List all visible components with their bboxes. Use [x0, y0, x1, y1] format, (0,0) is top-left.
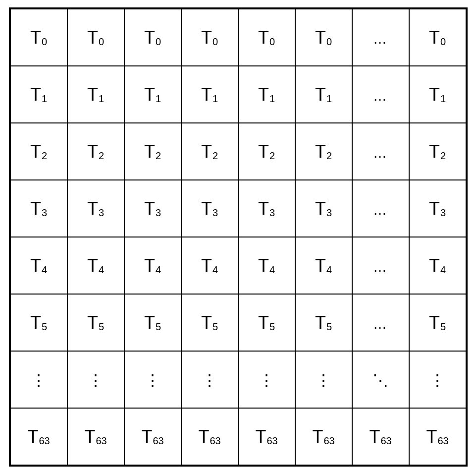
cell-r1-c5: T1: [295, 66, 352, 123]
subscript: 1: [42, 94, 47, 104]
cell-text: T2: [201, 143, 218, 161]
cell-r6-c7: ⋮: [409, 351, 466, 408]
cell-r3-c3: T3: [181, 180, 238, 237]
letter: T: [84, 428, 95, 446]
subscript: 63: [96, 436, 106, 446]
cell-text: T1: [144, 86, 161, 104]
letter: T: [258, 314, 269, 332]
cell-r1-c0: T1: [10, 66, 67, 123]
cell-r5-c2: T5: [124, 294, 181, 351]
subscript: 3: [212, 208, 218, 218]
cell-text: T63: [27, 428, 50, 446]
subscript: 5: [156, 322, 161, 332]
cell-r3-c5: T3: [295, 180, 352, 237]
ellipsis: …: [373, 202, 388, 218]
letter: T: [144, 86, 155, 104]
subscript: 63: [39, 436, 50, 446]
ellipsis: …: [373, 31, 388, 47]
cell-text: T4: [87, 257, 104, 275]
cell-text: T0: [258, 29, 275, 47]
cell-text: T63: [312, 428, 334, 446]
cell-text: T4: [30, 257, 47, 275]
letter: T: [429, 257, 440, 275]
cell-r6-c5: ⋮: [295, 351, 352, 408]
cell-text: T4: [201, 257, 218, 275]
cell-r1-c1: T1: [67, 66, 124, 123]
ellipsis: …: [373, 145, 388, 161]
cell-text: T3: [30, 200, 47, 218]
subscript: 3: [42, 208, 47, 218]
subscript: 1: [326, 94, 332, 104]
letter: T: [30, 29, 41, 47]
letter: T: [429, 200, 440, 218]
ellipsis: …: [373, 259, 388, 275]
cell-r4-c1: T4: [67, 237, 124, 294]
cell-text: T1: [87, 86, 104, 104]
cell-r7-c1: T63: [67, 408, 124, 465]
letter: T: [30, 86, 41, 104]
cell-r7-c5: T63: [295, 408, 352, 465]
cell-text: T0: [144, 29, 161, 47]
cell-text: T63: [426, 428, 448, 446]
letter: T: [87, 143, 98, 161]
cell-r6-c4: ⋮: [238, 351, 295, 408]
vdots: ⋮: [259, 371, 274, 389]
letter: T: [144, 29, 155, 47]
ellipsis: …: [373, 88, 388, 104]
subscript: 63: [210, 436, 220, 446]
letter: T: [201, 86, 212, 104]
letter: T: [315, 86, 326, 104]
vdots: ⋮: [429, 371, 445, 389]
cell-r6-c6: ⋱: [352, 351, 409, 408]
subscript: 0: [440, 37, 446, 47]
cell-r4-c6: …: [352, 237, 409, 294]
cell-r7-c0: T63: [10, 408, 67, 465]
cell-r4-c0: T4: [10, 237, 67, 294]
ellipsis: …: [373, 316, 388, 332]
cell-r0-c2: T0: [124, 9, 181, 66]
cell-text: T0: [315, 29, 332, 47]
cell-r6-c2: ⋮: [124, 351, 181, 408]
cell-r1-c6: …: [352, 66, 409, 123]
cell-text: T4: [429, 257, 446, 275]
cell-text: T2: [30, 143, 47, 161]
subscript: 5: [440, 322, 446, 332]
letter: T: [201, 257, 212, 275]
cell-text: T1: [201, 86, 218, 104]
letter: T: [315, 314, 326, 332]
letter: T: [87, 86, 98, 104]
cell-r2-c6: …: [352, 123, 409, 180]
subscript: 4: [269, 265, 275, 275]
cell-r2-c4: T2: [238, 123, 295, 180]
letter: T: [141, 428, 152, 446]
subscript: 2: [440, 151, 446, 161]
subscript: 4: [99, 265, 104, 275]
subscript: 2: [42, 151, 47, 161]
subscript: 0: [99, 37, 104, 47]
letter: T: [255, 428, 266, 446]
letter: T: [315, 257, 326, 275]
cell-r4-c4: T4: [238, 237, 295, 294]
cell-r7-c2: T63: [124, 408, 181, 465]
subscript: 5: [42, 322, 47, 332]
subscript: 3: [440, 208, 446, 218]
cell-text: T2: [429, 143, 446, 161]
cell-r2-c5: T2: [295, 123, 352, 180]
cell-text: T5: [87, 314, 104, 332]
cell-r3-c7: T3: [409, 180, 466, 237]
cell-r2-c3: T2: [181, 123, 238, 180]
subscript: 63: [323, 436, 334, 446]
vdots: ⋮: [88, 371, 104, 389]
cell-text: T63: [198, 428, 220, 446]
cell-text: T1: [429, 86, 446, 104]
letter: T: [315, 200, 326, 218]
cell-text: T1: [315, 86, 332, 104]
letter: T: [144, 200, 155, 218]
cell-text: T3: [201, 200, 218, 218]
matrix-grid: T0T0T0T0T0T0…T0T1T1T1T1T1T1…T1T2T2T2T2T2…: [9, 7, 468, 467]
subscript: 4: [212, 265, 218, 275]
subscript: 0: [156, 37, 161, 47]
subscript: 1: [269, 94, 275, 104]
cell-r2-c7: T2: [409, 123, 466, 180]
letter: T: [87, 257, 98, 275]
